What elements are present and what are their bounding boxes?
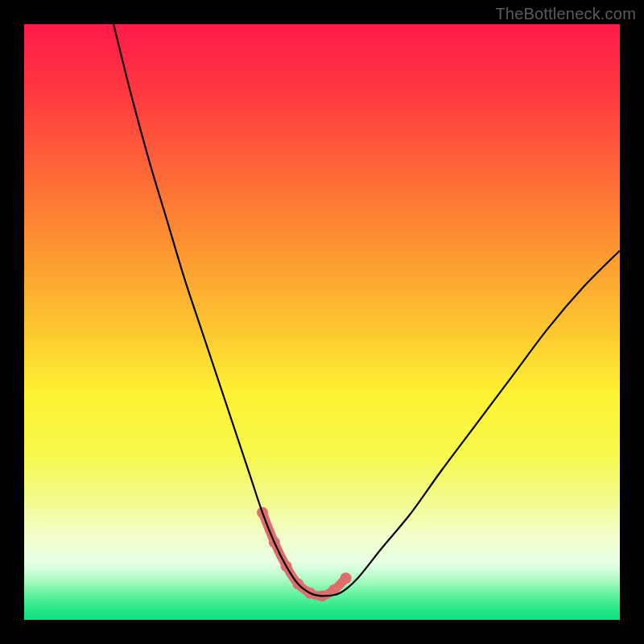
bottleneck-curve bbox=[114, 24, 620, 596]
highlight-dot bbox=[341, 572, 352, 584]
watermark-text: TheBottleneck.com bbox=[495, 5, 636, 23]
chart-container: TheBottleneck.com bbox=[0, 0, 644, 644]
curve-layer bbox=[24, 24, 620, 620]
highlight-segment bbox=[262, 513, 346, 597]
plot-area bbox=[24, 24, 620, 620]
